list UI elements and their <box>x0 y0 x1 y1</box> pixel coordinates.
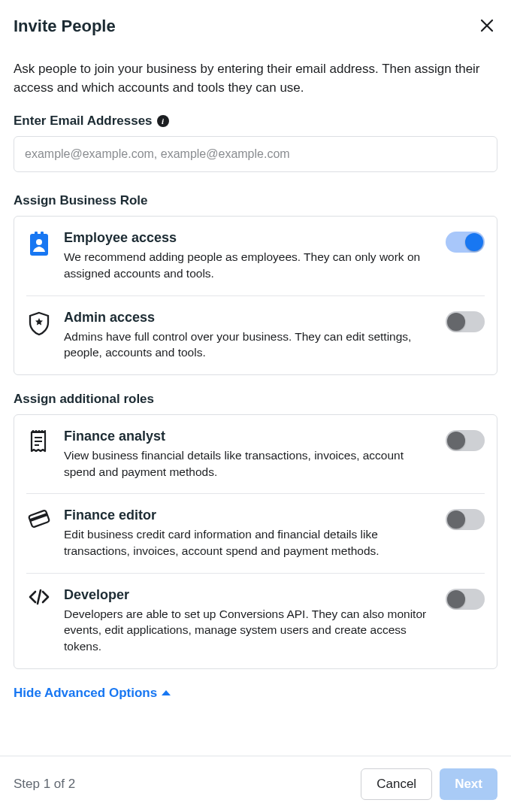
toggle-finance-editor[interactable] <box>446 509 485 530</box>
receipt-icon <box>26 429 52 453</box>
role-desc: Edit business credit card information an… <box>64 526 434 559</box>
toggle-admin-access[interactable] <box>446 311 485 332</box>
advanced-link-text: Hide Advanced Options <box>14 686 157 701</box>
svg-line-8 <box>38 590 41 604</box>
caret-up-icon <box>162 690 171 695</box>
email-label-text: Enter Email Addresses <box>14 114 153 129</box>
role-employee-access: Employee access We recommend adding peop… <box>14 217 497 295</box>
admin-shield-icon <box>26 310 52 335</box>
close-icon <box>479 18 494 33</box>
email-section-label: Enter Email Addresses i <box>14 114 497 129</box>
dialog-footer: Step 1 of 2 Cancel Next <box>0 756 511 812</box>
role-title: Developer <box>64 587 434 603</box>
role-title: Finance analyst <box>64 429 434 444</box>
role-title: Employee access <box>64 230 434 246</box>
close-button[interactable] <box>476 14 497 39</box>
svg-rect-0 <box>35 232 38 237</box>
dialog-title: Invite People <box>14 17 116 36</box>
hide-advanced-options-link[interactable]: Hide Advanced Options <box>14 686 171 701</box>
role-desc: Developers are able to set up Conversion… <box>64 606 434 655</box>
additional-roles-panel: Finance analyst View business financial … <box>14 414 497 669</box>
business-role-label: Assign Business Role <box>14 193 497 208</box>
role-desc: View business financial details like tra… <box>64 447 434 480</box>
info-icon[interactable]: i <box>157 115 169 127</box>
dialog-intro: Ask people to join your business by ente… <box>14 60 497 97</box>
code-icon <box>26 587 52 605</box>
role-title: Finance editor <box>64 508 434 523</box>
role-desc: We recommend adding people as employees.… <box>64 249 434 281</box>
employee-icon <box>26 230 52 256</box>
role-admin-access: Admin access Admins have full control ov… <box>26 295 485 374</box>
role-finance-editor: Finance editor Edit business credit card… <box>26 493 485 572</box>
step-indicator: Step 1 of 2 <box>14 777 75 792</box>
toggle-developer[interactable] <box>446 589 485 610</box>
toggle-employee-access[interactable] <box>446 232 485 253</box>
role-finance-analyst: Finance analyst View business financial … <box>14 415 497 493</box>
role-title: Admin access <box>64 310 434 326</box>
additional-roles-label: Assign additional roles <box>14 392 497 407</box>
business-role-panel: Employee access We recommend adding peop… <box>14 216 497 375</box>
role-desc: Admins have full control over your busin… <box>64 329 434 361</box>
toggle-finance-analyst[interactable] <box>446 430 485 451</box>
svg-point-2 <box>36 239 42 245</box>
credit-card-icon <box>26 508 52 529</box>
role-developer: Developer Developers are able to set up … <box>26 573 485 668</box>
next-button[interactable]: Next <box>440 768 497 800</box>
email-input[interactable] <box>14 136 497 172</box>
cancel-button[interactable]: Cancel <box>361 768 432 800</box>
svg-rect-1 <box>41 232 44 237</box>
